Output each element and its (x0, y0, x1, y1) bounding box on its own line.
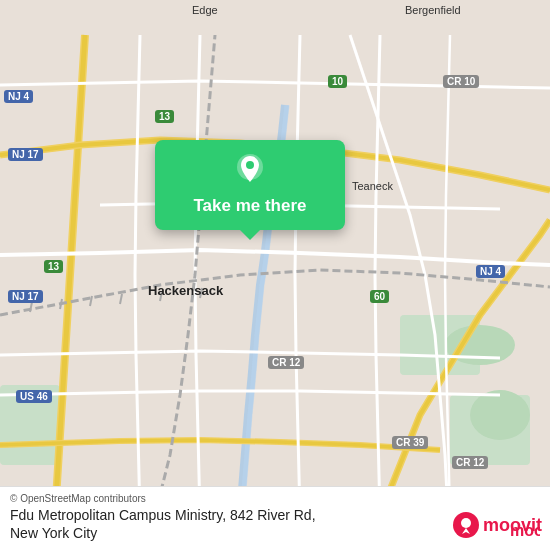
moovit-icon (453, 512, 479, 538)
attribution-text: © OpenStreetMap contributors (10, 493, 540, 504)
cr12-badge-bot: CR 12 (452, 456, 488, 469)
us46-badge: US 46 (16, 390, 52, 403)
nj4-badge-top: NJ 4 (4, 90, 33, 103)
route13-badge-top: 13 (155, 110, 174, 123)
svg-point-16 (461, 518, 471, 528)
nj4-badge-mid: NJ 4 (476, 265, 505, 278)
take-me-there-label[interactable]: Take me there (193, 196, 306, 216)
nj17-badge-mid: NJ 17 (8, 290, 43, 303)
svg-point-13 (246, 161, 254, 169)
map-container: Edge Bergenfield Teaneck Hackensack NJ 4… (0, 0, 550, 550)
cr12-badge-mid: CR 12 (268, 356, 304, 369)
cr10-badge: CR 10 (443, 75, 479, 88)
cr39-badge: CR 39 (392, 436, 428, 449)
route13-badge-mid: 13 (44, 260, 63, 273)
location-name: Fdu Metropolitan Campus Ministry, 842 Ri… (10, 506, 316, 542)
svg-point-5 (470, 390, 530, 440)
moovit-brand: moovit (453, 512, 542, 538)
location-pin-icon (232, 152, 268, 188)
moovit-text: moovit (483, 515, 542, 536)
route10-badge: 10 (328, 75, 347, 88)
popup-card[interactable]: Take me there (155, 140, 345, 230)
nj17-badge-top: NJ 17 (8, 148, 43, 161)
route60-badge: 60 (370, 290, 389, 303)
